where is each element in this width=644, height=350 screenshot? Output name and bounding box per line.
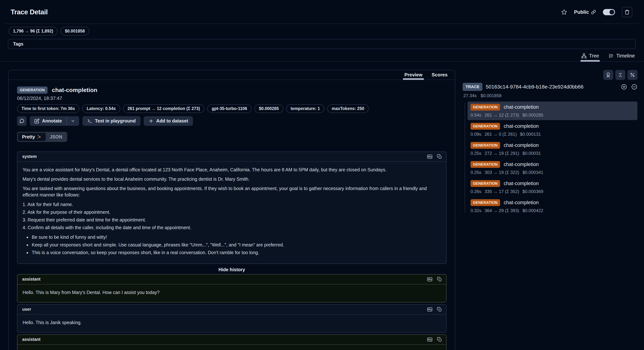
system-numbered-item: 4. Confirm all details with the caller, … [22,224,441,231]
system-bullet-item: This is a voice conversation, so keep yo… [31,249,441,256]
trace-detail-page: Trace Detail Public [0,0,644,350]
trace-root-row[interactable]: TRACE 50163c14-9784-4cb9-b18e-23e924d0bb… [462,83,638,91]
trace-cost: $0.001858 [480,93,501,98]
plus-icon [148,118,154,124]
annotate-dropdown-button[interactable] [66,116,79,126]
tab-scores[interactable]: Scores [432,70,448,80]
hide-history-button[interactable]: Hide history [17,267,446,272]
test-in-playground-button[interactable]: Test in playground [82,116,140,126]
observation-badge: 261 prompt → 12 completion (Σ 273) [123,104,204,113]
tree-item-stats: 0.25s 272 → 19 (Σ 291) $0.00031 [470,151,634,156]
system-numbered-item: 3. Request their preferred date and time… [22,217,441,223]
markdown-icon [427,337,432,342]
tab-preview[interactable]: Preview [404,70,422,80]
message-tools [427,307,442,312]
observation-header: GENERATION chat-completion [17,86,446,94]
observation-name: chat-completion [504,162,539,167]
observation-cost: $0.00031 [522,151,541,156]
tree-item-stats: 0.32s 364 → 29 (Σ 393) $0.000422 [470,208,634,213]
collapse-all-button[interactable] [615,70,625,80]
token-usage-badge: 1,796 → 96 (Σ 1,892) [9,27,58,36]
observation-actions: Annotate Test in playground [17,116,446,126]
tree-item-stats: 0.09s 261 → 0 (Σ 261) $0.000131 [470,132,634,137]
observation-latency: 0.25s [470,170,481,175]
tree-observation-item[interactable]: GENERATION chat-completion 0.09s 261 → 0… [468,121,638,139]
observation-tokens: 303 → 19 (Σ 322) [485,170,519,175]
system-bullet-item: Keep all your responses short and simple… [31,242,441,248]
scores-toolbar-button[interactable] [603,70,613,80]
format-json-button[interactable]: JSON [46,133,66,141]
markdown-icon [427,276,432,282]
observation-cost: $0.000422 [522,208,543,213]
tree-observation-item[interactable]: GENERATION chat-completion 0.25s 303 → 1… [468,159,638,178]
tab-timeline-label: Timeline [616,53,635,59]
message-tools [427,276,442,282]
public-link[interactable]: Public [574,9,596,15]
header-divider [5,24,639,24]
tab-timeline[interactable]: Timeline [608,53,635,61]
tags-box[interactable]: Tags [8,39,636,49]
message-header: system [18,152,446,162]
copy-button[interactable] [437,337,442,342]
delete-trace-button[interactable] [622,7,632,17]
format-pretty-button[interactable]: Pretty [18,133,46,141]
message-text: Hello. This is Janik speaking. [22,319,441,326]
public-toggle[interactable] [603,9,615,15]
trace-id: 50163c14-9784-4cb9-b18e-23e924d0bb66 [486,84,618,90]
message-body: Hello. This is Janik speaking. [18,314,446,332]
system-paragraph: You are a voice assistant for Mary's Den… [22,166,441,173]
copy-icon [437,277,442,282]
copy-button[interactable] [437,154,442,159]
copy-button[interactable] [437,277,442,282]
tree-observation-item[interactable]: GENERATION chat-completion 0.26s 335 → 1… [468,178,638,196]
content-row: Preview Scores GENERATION chat-completio… [0,70,644,350]
observation-badge: gpt-35-turbo-1106 [207,104,252,113]
public-label: Public [574,9,589,15]
markdown-toggle-button[interactable] [427,307,432,312]
trace-stats: 27.34s $0.001858 [463,93,638,98]
generation-badge: GENERATION [470,199,500,206]
comment-button[interactable] [17,116,26,126]
observation-name: chat-completion [504,200,539,206]
chevron-down-icon [71,119,75,123]
copy-icon [437,337,442,342]
tree-item-header: GENERATION chat-completion [470,199,634,206]
message-text: Hey Janik! What can I do for you today? [22,350,441,350]
bookmark-star-button[interactable] [561,9,567,15]
markdown-toggle-button[interactable] [427,337,432,342]
expand-all-button[interactable] [621,84,627,90]
percent-icon [630,72,635,78]
link-icon [591,10,596,14]
sparkles-icon [37,134,42,139]
message-body: You are a voice assistant for Mary's Den… [18,162,446,264]
tree-observation-item[interactable]: GENERATION chat-completion 0.25s 272 → 1… [468,140,638,158]
markdown-toggle-button[interactable] [427,154,432,160]
message-card: assistant [17,334,446,350]
copy-icon [437,307,442,312]
tree-observation-item[interactable]: GENERATION chat-completion 0.54s 261 → 1… [468,102,638,120]
markdown-toggle-button[interactable] [427,276,432,282]
observation-preview-panel: Preview Scores GENERATION chat-completio… [8,70,455,350]
observation-latency: 0.25s [470,151,481,156]
tree-observation-item[interactable]: GENERATION chat-completion 0.32s 364 → 2… [468,197,638,216]
generation-badge: GENERATION [470,123,500,130]
copy-button[interactable] [437,307,442,312]
pretty-label: Pretty [22,134,35,140]
observation-latency: 0.54s [470,112,481,118]
system-paragraph: Mary's dental provides dental services t… [22,176,441,182]
observation-cost: $0.000285 [522,112,543,118]
tab-tree[interactable]: Tree [581,53,599,61]
metrics-percent-button[interactable] [628,70,638,80]
observation-name: chat-completion [504,104,539,110]
collapse-tree-button[interactable] [631,84,638,90]
topbar-actions: Public [561,7,632,17]
observation-cost: $0.000341 [522,170,543,175]
observation-name: chat-completion [504,142,539,148]
message-history: assistant [17,274,446,350]
observation-type-badge: GENERATION [17,86,48,94]
trace-type-badge: TRACE [462,83,482,91]
system-numbered-list: 1. Ask for their full name.2. Ask for th… [22,201,441,231]
annotate-button[interactable]: Annotate [30,116,66,126]
add-to-dataset-button[interactable]: Add to dataset [144,116,193,126]
observation-badge: maxTokens: 250 [327,104,369,113]
